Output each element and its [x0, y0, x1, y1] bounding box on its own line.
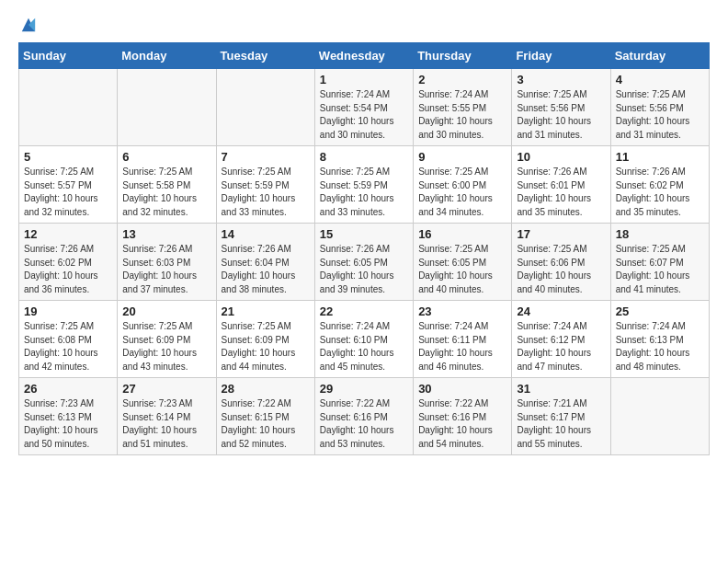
- calendar-day-cell: 29Sunrise: 7:22 AM Sunset: 6:16 PM Dayli…: [314, 378, 413, 455]
- logo: [18, 18, 37, 33]
- calendar-day-cell: 21Sunrise: 7:25 AM Sunset: 6:09 PM Dayli…: [216, 301, 314, 378]
- day-info: Sunrise: 7:24 AM Sunset: 6:12 PM Dayligh…: [517, 320, 605, 373]
- calendar-week-row: 19Sunrise: 7:25 AM Sunset: 6:08 PM Dayli…: [19, 301, 710, 378]
- page-header: [18, 18, 710, 33]
- day-info: Sunrise: 7:24 AM Sunset: 5:55 PM Dayligh…: [418, 88, 506, 142]
- calendar-day-cell: 26Sunrise: 7:23 AM Sunset: 6:13 PM Dayli…: [19, 378, 118, 455]
- calendar-day-cell: 23Sunrise: 7:24 AM Sunset: 6:11 PM Dayli…: [414, 301, 512, 378]
- calendar-day-cell: 20Sunrise: 7:25 AM Sunset: 6:09 PM Dayli…: [118, 301, 216, 378]
- day-number: 4: [616, 73, 704, 86]
- calendar-day-cell: 12Sunrise: 7:26 AM Sunset: 6:02 PM Dayli…: [19, 224, 118, 301]
- day-info: Sunrise: 7:25 AM Sunset: 6:09 PM Dayligh…: [222, 320, 310, 373]
- day-number: 17: [517, 227, 605, 241]
- calendar-day-cell: 7Sunrise: 7:25 AM Sunset: 5:59 PM Daylig…: [216, 146, 314, 224]
- day-info: Sunrise: 7:24 AM Sunset: 6:13 PM Dayligh…: [616, 320, 704, 373]
- calendar-day-cell: 9Sunrise: 7:25 AM Sunset: 6:00 PM Daylig…: [414, 146, 512, 224]
- calendar-day-cell: 4Sunrise: 7:25 AM Sunset: 5:56 PM Daylig…: [610, 69, 709, 146]
- day-number: 31: [517, 382, 605, 396]
- calendar-table: SundayMondayTuesdayWednesdayThursdayFrid…: [18, 42, 710, 455]
- day-number: 6: [122, 150, 210, 164]
- day-info: Sunrise: 7:24 AM Sunset: 6:11 PM Dayligh…: [418, 320, 506, 373]
- day-number: 15: [320, 227, 408, 241]
- day-info: Sunrise: 7:26 AM Sunset: 6:01 PM Dayligh…: [517, 166, 605, 219]
- calendar-week-row: 26Sunrise: 7:23 AM Sunset: 6:13 PM Dayli…: [19, 378, 710, 455]
- calendar-day-cell: 17Sunrise: 7:25 AM Sunset: 6:06 PM Dayli…: [512, 224, 610, 301]
- day-info: Sunrise: 7:25 AM Sunset: 6:07 PM Dayligh…: [616, 243, 704, 296]
- calendar-day-cell: 5Sunrise: 7:25 AM Sunset: 5:57 PM Daylig…: [19, 146, 118, 224]
- calendar-day-cell: 31Sunrise: 7:21 AM Sunset: 6:17 PM Dayli…: [512, 378, 610, 455]
- calendar-day-cell: 28Sunrise: 7:22 AM Sunset: 6:15 PM Dayli…: [216, 378, 314, 455]
- day-info: Sunrise: 7:25 AM Sunset: 5:56 PM Dayligh…: [517, 88, 605, 142]
- day-info: Sunrise: 7:25 AM Sunset: 5:57 PM Dayligh…: [24, 166, 112, 219]
- calendar-day-cell: 10Sunrise: 7:26 AM Sunset: 6:01 PM Dayli…: [512, 146, 610, 224]
- calendar-day-cell: 25Sunrise: 7:24 AM Sunset: 6:13 PM Dayli…: [610, 301, 709, 378]
- day-number: 7: [222, 150, 310, 164]
- calendar-day-cell: 13Sunrise: 7:26 AM Sunset: 6:03 PM Dayli…: [118, 224, 216, 301]
- day-info: Sunrise: 7:25 AM Sunset: 6:00 PM Dayligh…: [418, 166, 506, 219]
- day-number: 9: [418, 150, 506, 164]
- calendar-day-cell: 22Sunrise: 7:24 AM Sunset: 6:10 PM Dayli…: [314, 301, 413, 378]
- day-info: Sunrise: 7:25 AM Sunset: 5:59 PM Dayligh…: [222, 166, 310, 219]
- day-info: Sunrise: 7:25 AM Sunset: 5:59 PM Dayligh…: [320, 166, 408, 219]
- calendar-day-cell: 3Sunrise: 7:25 AM Sunset: 5:56 PM Daylig…: [512, 69, 610, 146]
- day-info: Sunrise: 7:24 AM Sunset: 6:10 PM Dayligh…: [320, 320, 408, 373]
- day-number: 26: [24, 382, 112, 396]
- weekday-header: Sunday: [19, 43, 118, 69]
- calendar-week-row: 5Sunrise: 7:25 AM Sunset: 5:57 PM Daylig…: [19, 146, 710, 224]
- day-number: 23: [418, 304, 506, 318]
- calendar-week-row: 12Sunrise: 7:26 AM Sunset: 6:02 PM Dayli…: [19, 224, 710, 301]
- day-number: 25: [616, 304, 704, 318]
- day-number: 8: [320, 150, 408, 164]
- calendar-empty-cell: [610, 378, 709, 455]
- calendar-day-cell: 30Sunrise: 7:22 AM Sunset: 6:16 PM Dayli…: [414, 378, 512, 455]
- day-info: Sunrise: 7:23 AM Sunset: 6:14 PM Dayligh…: [122, 397, 210, 451]
- day-info: Sunrise: 7:25 AM Sunset: 6:09 PM Dayligh…: [122, 320, 210, 373]
- calendar-day-cell: 19Sunrise: 7:25 AM Sunset: 6:08 PM Dayli…: [19, 301, 118, 378]
- calendar-day-cell: 8Sunrise: 7:25 AM Sunset: 5:59 PM Daylig…: [314, 146, 413, 224]
- calendar-day-cell: 14Sunrise: 7:26 AM Sunset: 6:04 PM Dayli…: [216, 224, 314, 301]
- calendar-empty-cell: [19, 69, 118, 146]
- day-number: 27: [122, 382, 210, 396]
- day-info: Sunrise: 7:26 AM Sunset: 6:05 PM Dayligh…: [320, 243, 408, 296]
- day-info: Sunrise: 7:26 AM Sunset: 6:03 PM Dayligh…: [122, 243, 210, 296]
- weekday-header: Saturday: [610, 43, 709, 69]
- day-info: Sunrise: 7:25 AM Sunset: 6:06 PM Dayligh…: [517, 243, 605, 296]
- weekday-header: Monday: [118, 43, 216, 69]
- calendar-empty-cell: [118, 69, 216, 146]
- calendar-day-cell: 6Sunrise: 7:25 AM Sunset: 5:58 PM Daylig…: [118, 146, 216, 224]
- calendar-empty-cell: [216, 69, 314, 146]
- day-info: Sunrise: 7:26 AM Sunset: 6:02 PM Dayligh…: [24, 243, 112, 296]
- day-info: Sunrise: 7:26 AM Sunset: 6:04 PM Dayligh…: [222, 243, 310, 296]
- calendar-week-row: 1Sunrise: 7:24 AM Sunset: 5:54 PM Daylig…: [19, 69, 710, 146]
- weekday-header: Wednesday: [314, 43, 413, 69]
- day-info: Sunrise: 7:23 AM Sunset: 6:13 PM Dayligh…: [24, 397, 112, 451]
- day-number: 3: [517, 73, 605, 86]
- day-number: 28: [222, 382, 310, 396]
- day-number: 18: [616, 227, 704, 241]
- day-info: Sunrise: 7:24 AM Sunset: 5:54 PM Dayligh…: [320, 88, 408, 142]
- day-info: Sunrise: 7:22 AM Sunset: 6:16 PM Dayligh…: [418, 397, 506, 451]
- day-number: 5: [24, 150, 112, 164]
- day-number: 20: [122, 304, 210, 318]
- logo-icon: [20, 17, 37, 33]
- weekday-header: Tuesday: [216, 43, 314, 69]
- calendar-day-cell: 27Sunrise: 7:23 AM Sunset: 6:14 PM Dayli…: [118, 378, 216, 455]
- day-info: Sunrise: 7:22 AM Sunset: 6:16 PM Dayligh…: [320, 397, 408, 451]
- day-number: 29: [320, 382, 408, 396]
- calendar-day-cell: 15Sunrise: 7:26 AM Sunset: 6:05 PM Dayli…: [314, 224, 413, 301]
- day-info: Sunrise: 7:25 AM Sunset: 6:05 PM Dayligh…: [418, 243, 506, 296]
- day-number: 14: [222, 227, 310, 241]
- day-number: 19: [24, 304, 112, 318]
- day-number: 22: [320, 304, 408, 318]
- day-number: 10: [517, 150, 605, 164]
- day-number: 11: [616, 150, 704, 164]
- day-number: 30: [418, 382, 506, 396]
- day-number: 21: [222, 304, 310, 318]
- day-info: Sunrise: 7:26 AM Sunset: 6:02 PM Dayligh…: [616, 166, 704, 219]
- calendar-day-cell: 1Sunrise: 7:24 AM Sunset: 5:54 PM Daylig…: [314, 69, 413, 146]
- calendar-header-row: SundayMondayTuesdayWednesdayThursdayFrid…: [19, 43, 710, 69]
- day-number: 12: [24, 227, 112, 241]
- day-number: 1: [320, 73, 408, 86]
- calendar-day-cell: 2Sunrise: 7:24 AM Sunset: 5:55 PM Daylig…: [414, 69, 512, 146]
- day-number: 2: [418, 73, 506, 86]
